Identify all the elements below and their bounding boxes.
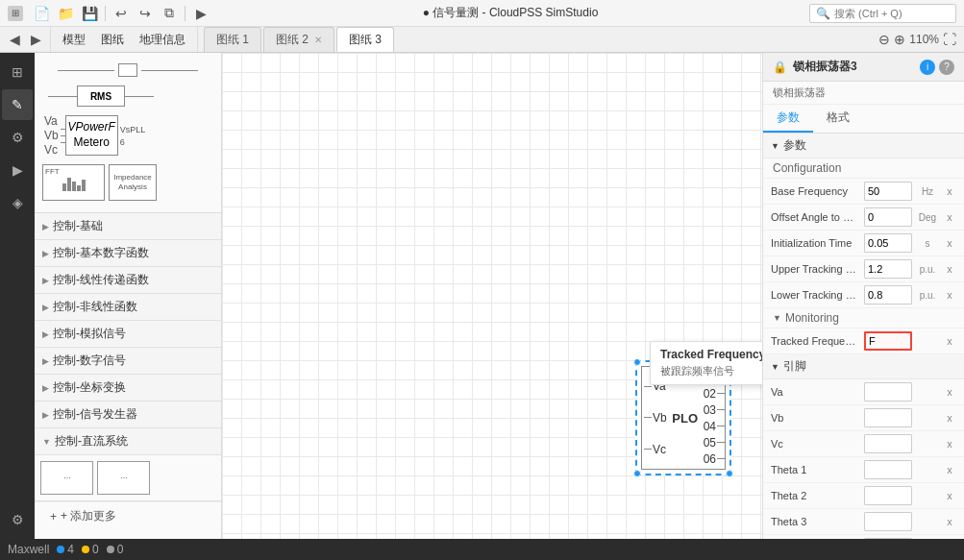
param-init-input[interactable] (864, 233, 912, 253)
help-button[interactable]: ? (939, 60, 954, 75)
section-basic-arrow: ▶ (42, 222, 49, 231)
search-icon: 🔍 (816, 7, 830, 20)
section-digital[interactable]: ▶ 控制-数字信号 (35, 348, 221, 375)
sidebar-monitor[interactable]: ◈ (2, 187, 33, 218)
tab-diagram2-close[interactable]: ✕ (314, 35, 322, 45)
toolbar-play[interactable]: ▶ (190, 3, 211, 24)
section-basic[interactable]: ▶ 控制-基础 (35, 213, 221, 240)
statusbar-maxwell: Maxwell (8, 543, 49, 556)
sidebar-run[interactable]: ▶ (2, 155, 33, 185)
param-base-freq-x[interactable]: x (943, 185, 956, 197)
param-lower-input[interactable] (864, 285, 912, 304)
right-panel: 🔒 锁相振荡器3 i ? 锁相振荡器 参数 格式 ▼ 参数 Configurat… (762, 53, 964, 539)
param-va-x[interactable]: x (943, 386, 956, 398)
param-vc-input[interactable] (864, 434, 912, 453)
param-offset-x[interactable]: x (943, 211, 956, 223)
menu-model[interactable]: 模型 (55, 28, 93, 52)
sidebar-config[interactable]: ⚙ (2, 504, 33, 535)
statusbar: Maxwell 4 0 0 (0, 539, 964, 560)
toolbar-new[interactable]: 📄 (31, 3, 52, 24)
right-panel-title: 🔒 锁相振荡器3 (773, 59, 857, 75)
search-bar[interactable]: 🔍 (809, 4, 956, 23)
section-analog[interactable]: ▶ 控制-模拟信号 (35, 321, 221, 348)
search-input[interactable] (834, 8, 950, 19)
param-theta1-input[interactable] (864, 460, 912, 479)
param-va: Va x (763, 379, 964, 405)
warning-count: 0 (92, 543, 99, 556)
tab-diagram3[interactable]: 图纸 3 (336, 27, 394, 52)
component-panel: RMS VaVbVc VPowerF Metero VsPLL (35, 53, 222, 539)
info-count: 0 (117, 543, 124, 556)
section-coord-arrow: ▶ (42, 383, 49, 393)
section-math[interactable]: ▶ 控制-基本数字函数 (35, 240, 221, 267)
nav-prev[interactable]: ◀ (4, 29, 25, 50)
zoom-in-btn[interactable]: ⊕ (894, 32, 905, 47)
toolbar-open[interactable]: 📁 (55, 3, 76, 24)
param-vb-x[interactable]: x (943, 412, 956, 424)
tab-params[interactable]: 参数 (763, 105, 813, 133)
section-linear-arrow: ▶ (42, 276, 49, 285)
tab-diagram2[interactable]: 图纸 2 ✕ (263, 27, 334, 52)
section-coord[interactable]: ▶ 控制-坐标变换 (35, 375, 221, 402)
param-offset-input[interactable] (864, 207, 912, 227)
zoom-out-btn[interactable]: ⊖ (878, 32, 890, 47)
section-nonlinear[interactable]: ▶ 控制-非线性函数 (35, 294, 221, 321)
param-tracked-freq-x[interactable]: x (943, 335, 956, 347)
nav-next[interactable]: ▶ (25, 29, 46, 50)
menu-diagram[interactable]: 图纸 (93, 28, 132, 52)
handle-tl[interactable] (633, 358, 641, 366)
info-button[interactable]: i (920, 60, 935, 75)
toolbar-undo[interactable]: ↩ (111, 3, 132, 24)
param-vb-input[interactable] (864, 408, 912, 427)
param-init-x[interactable]: x (943, 237, 956, 249)
tab-format[interactable]: 格式 (813, 105, 863, 133)
configuration-header: Configuration (763, 158, 964, 179)
param-offset-unit: Deg (916, 212, 939, 223)
param-upper-input[interactable] (864, 259, 912, 279)
icon-sidebar: ⊞ ✎ ⚙ ▶ ◈ ⚙ (0, 53, 35, 539)
sidebar-home[interactable]: ⊞ (2, 57, 33, 87)
warning-dot (82, 546, 89, 553)
error-count: 4 (67, 543, 74, 556)
section-dc[interactable]: ▼ 控制-直流系统 (35, 428, 221, 455)
param-va-input[interactable] (864, 382, 912, 402)
params-section-header[interactable]: ▼ 参数 (763, 134, 964, 158)
menu-geo[interactable]: 地理信息 (132, 28, 193, 52)
section-analog-arrow: ▶ (42, 329, 49, 339)
add-more-button[interactable]: + + 添加更多 (35, 501, 221, 530)
handle-bl[interactable] (633, 470, 641, 477)
param-vc-x[interactable]: x (943, 438, 956, 450)
titlebar-window-controls: ⊞ (8, 6, 23, 21)
param-base-freq-input[interactable] (864, 182, 912, 201)
param-upper-x[interactable]: x (943, 263, 956, 275)
param-tracked-freq-input[interactable] (864, 331, 912, 351)
monitoring-arrow: ▼ (773, 313, 781, 323)
tab-diagram1[interactable]: 图纸 1 (204, 27, 261, 52)
titlebar: ⊞ 📄 📁 💾 ↩ ↪ ⧉ ▶ ● 信号量测 - CloudPSS SimStu… (0, 0, 964, 27)
canvas[interactable]: Va Vb Vc PLO (222, 53, 762, 539)
param-lower-x[interactable]: x (943, 289, 956, 301)
section-linear[interactable]: ▶ 控制-线性传递函数 (35, 267, 221, 294)
param-theta1-x[interactable]: x (943, 464, 956, 475)
param-theta3-input[interactable] (864, 512, 912, 531)
sidebar-settings[interactable]: ⚙ (2, 122, 33, 153)
handle-br[interactable] (726, 470, 733, 477)
pins-arrow: ▼ (771, 362, 779, 372)
param-theta2-x[interactable]: x (943, 490, 956, 501)
param-va-label: Va (771, 386, 860, 398)
monitoring-header[interactable]: ▼ Monitoring (763, 308, 964, 329)
param-theta3-x[interactable]: x (943, 516, 956, 527)
toolbar-copy[interactable]: ⧉ (159, 3, 180, 24)
param-theta3-label: Theta 3 (771, 516, 860, 527)
toolbar-save[interactable]: 💾 (79, 3, 100, 24)
pins-section-header[interactable]: ▼ 引脚 (763, 354, 964, 379)
section-dc-label: 控制-直流系统 (55, 433, 128, 450)
param-upper-track: Upper Tracking Limit p.u. x (763, 256, 964, 282)
toolbar-redo[interactable]: ↪ (135, 3, 156, 24)
param-theta3: Theta 3 x (763, 509, 964, 535)
param-theta2-input[interactable] (864, 486, 912, 505)
section-generator[interactable]: ▶ 控制-信号发生器 (35, 402, 221, 428)
sidebar-edit[interactable]: ✎ (2, 89, 33, 120)
zoom-fit-btn[interactable]: ⛶ (943, 32, 956, 47)
params-section-label: 参数 (783, 137, 806, 154)
